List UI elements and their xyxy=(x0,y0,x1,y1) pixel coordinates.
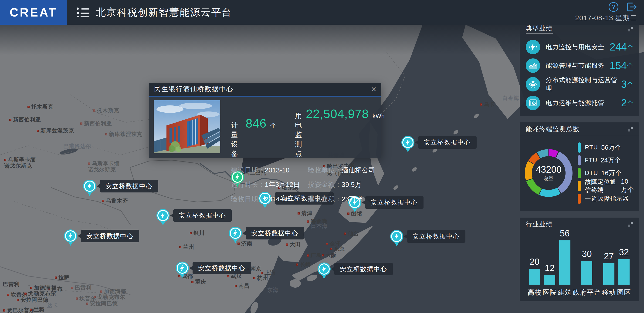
map-city-label: 长崎 xyxy=(296,261,311,268)
map-city-label: 济南 xyxy=(238,240,252,247)
typical-item-unit: 个 xyxy=(627,80,633,88)
popup-stats: 计量设备846个用电监测点22,504,978kWh 建设日期：2013-10验… xyxy=(231,104,385,204)
typical-item-unit: 个 xyxy=(627,62,633,69)
close-icon[interactable]: × xyxy=(371,85,376,94)
building-photo xyxy=(154,100,220,153)
industry-title: 行业业绩 xyxy=(526,220,553,229)
lightning-bolt-icon xyxy=(229,227,242,240)
legend-color-chip xyxy=(578,142,581,153)
page-title: 北京科税创新智慧能源云平台 xyxy=(96,6,232,19)
detail-value: 23万米 xyxy=(342,195,362,203)
detail-label: 运行时长： xyxy=(231,181,265,188)
terminals-legend: RTU56万个FTU24万个DTU16万个故障定位通信终端10万个一遥故障指示器 xyxy=(578,141,634,205)
legend-value: 16万个 xyxy=(601,169,622,178)
typical-title: 典型业绩 xyxy=(526,24,553,34)
terminals-title: 能耗终端监测总数 xyxy=(526,125,580,133)
map-marker-label[interactable]: 安立桥数据中心 xyxy=(173,209,232,222)
expand-icon[interactable] xyxy=(628,222,633,227)
typical-item: 电力运维与能源托管2个 xyxy=(526,94,633,112)
detail-label: 验收单位： xyxy=(308,166,342,174)
expand-icon[interactable] xyxy=(628,127,633,131)
stat-value: 22,504,978 xyxy=(306,107,369,121)
map-city-label: 白令海 xyxy=(502,94,519,102)
legend-item: 一遥故障指示器 xyxy=(578,192,634,205)
lightning-bolt-icon xyxy=(318,263,330,276)
terminals-body: 43200 总量 RTU56万个FTU24万个DTU16万个故障定位通信终端10… xyxy=(520,136,639,211)
city-dot-icon xyxy=(322,254,324,257)
map-marker-label[interactable]: 安立桥数据中心 xyxy=(192,262,251,274)
detail-value: 酒仙桥公司 xyxy=(342,166,375,174)
map-city-label: 东京 xyxy=(330,245,345,252)
bar-value-label: 30 xyxy=(582,249,592,259)
map-city-label: 银川 xyxy=(190,230,205,237)
logout-icon[interactable] xyxy=(627,2,637,12)
bar xyxy=(603,263,614,285)
typical-item-label: 电力监控与用电安全 xyxy=(546,43,610,51)
map-marker[interactable] xyxy=(402,136,414,149)
ops-panel-icon xyxy=(526,96,540,110)
city-dot-icon xyxy=(102,200,104,202)
typical-item-label: 分布式能源控制与运营管理 xyxy=(546,76,621,93)
industry-header: 行业业绩 xyxy=(520,218,639,231)
bar-column: 30政府平台 xyxy=(573,249,601,297)
lightning-bolt-icon xyxy=(64,230,77,243)
map-city-label: 仙台 xyxy=(344,230,359,237)
legend-value: 10万个 xyxy=(621,178,634,194)
map-city-label: 杭州 xyxy=(253,274,268,282)
typical-item-label: 电力运维与能源托管 xyxy=(546,99,621,107)
popup-detail: 建设日期：2013-10 xyxy=(231,166,301,175)
map-marker-label[interactable]: 安立桥数据中心 xyxy=(407,230,466,243)
menu-icon[interactable] xyxy=(77,7,90,17)
bar-category-label: 建筑 xyxy=(558,288,572,297)
map-city-label: 安拉阿巴德 xyxy=(86,300,118,307)
map-marker[interactable] xyxy=(176,262,189,275)
popup-detail: 运行时长：1年3月12日 xyxy=(231,180,301,189)
bar-category-label: 医院 xyxy=(543,288,557,297)
brand-logo: CREAT xyxy=(0,0,67,25)
atom-icon xyxy=(526,77,540,91)
map-marker-label[interactable]: 安立桥数据中心 xyxy=(334,263,393,275)
city-dot-icon xyxy=(296,264,298,266)
stat-value: 846 xyxy=(246,116,266,130)
header-right: ? 2017-08-13 星期二 xyxy=(575,2,637,23)
city-dot-icon xyxy=(76,298,78,300)
map-marker-label[interactable]: 安立桥数据中心 xyxy=(418,136,476,149)
map-marker-label[interactable]: 安立桥数据中心 xyxy=(246,227,304,240)
map-city-label: 巴雷利 xyxy=(3,281,20,288)
map-marker[interactable] xyxy=(229,227,242,240)
map-city-label: 安拉阿巴德 xyxy=(17,296,48,304)
city-dot-icon xyxy=(17,299,19,301)
city-dot-icon xyxy=(30,309,32,311)
bar xyxy=(618,259,630,285)
legend-label: FTU xyxy=(585,157,598,164)
map-city-label: 东海 xyxy=(267,287,278,294)
lightning-bolt-icon xyxy=(156,209,170,222)
map-city-label: 拉萨 xyxy=(55,274,70,281)
popup-header: 民生银行酒仙桥数据中心 × xyxy=(149,83,381,97)
help-icon[interactable]: ? xyxy=(608,2,618,12)
city-dot-icon xyxy=(28,106,30,108)
map-marker[interactable] xyxy=(156,209,170,222)
detail-value: 1年3月12日 xyxy=(265,181,300,188)
legend-item: FTU24万个 xyxy=(578,154,634,167)
typical-item-value: 2 xyxy=(621,97,627,109)
popup-body: 计量设备846个用电监测点22,504,978kWh 建设日期：2013-10验… xyxy=(149,97,381,208)
map-city-label: 南昌 xyxy=(235,282,250,290)
typical-item-value: 3 xyxy=(621,78,627,90)
map-city-label: 新西伯利亚 xyxy=(80,120,112,127)
expand-icon[interactable] xyxy=(628,27,633,31)
typical-item-unit: 个 xyxy=(627,43,633,51)
map-marker[interactable] xyxy=(390,230,403,243)
map-marker[interactable] xyxy=(83,180,96,193)
typical-item-unit: 个 xyxy=(627,99,633,107)
map-marker[interactable] xyxy=(64,230,77,243)
map-city-label: 诺戈尔斯克 xyxy=(4,162,32,169)
stat-label: 用电监测点 xyxy=(295,111,302,159)
city-dot-icon xyxy=(330,248,332,250)
map-marker-label[interactable]: 安立桥数据中心 xyxy=(81,230,139,242)
map-marker[interactable] xyxy=(318,263,330,276)
city-dot-icon xyxy=(86,303,88,305)
city-dot-icon xyxy=(227,275,229,277)
legend-label: 故障定位通信终端 xyxy=(585,178,618,194)
detail-label: 建设面积： xyxy=(308,195,342,203)
